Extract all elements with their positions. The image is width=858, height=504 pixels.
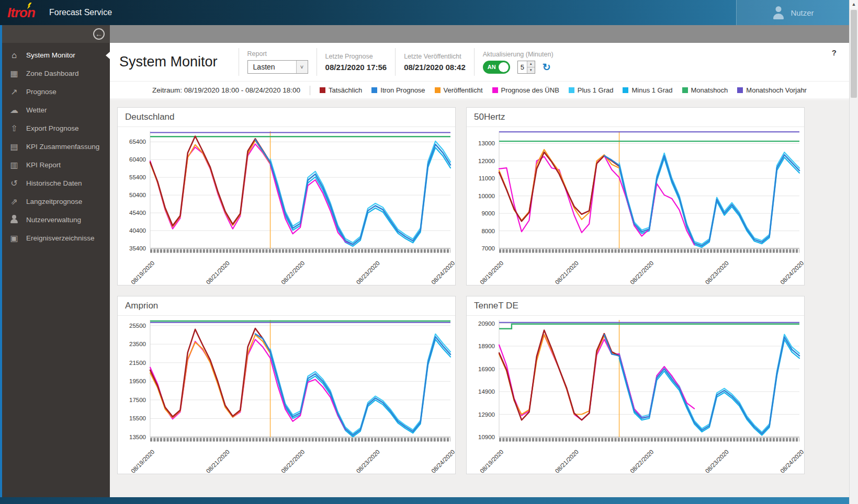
toggle-on-label: AN	[488, 64, 496, 70]
legend-item-monatshoch-vorjahr[interactable]: Monatshoch Vorjahr	[737, 86, 807, 94]
legend-label: Plus 1 Grad	[578, 86, 614, 94]
scrollbar-thumb[interactable]	[851, 10, 857, 98]
chart-panel: TenneT DE 109001290014900169001890020900…	[466, 296, 805, 474]
sidebar-item-nutzerverwaltung[interactable]: Nutzerverwaltung	[0, 211, 110, 229]
scroll-up-icon[interactable]: ▲	[850, 0, 858, 9]
zones-icon: ▦	[8, 68, 20, 78]
legend-label: Minus 1 Grad	[631, 86, 672, 94]
sidebar-item-label: Nutzerverwaltung	[26, 216, 81, 224]
toolbar: System Monitor Report Lasten ˅ Letzte Pr…	[110, 43, 849, 81]
y-tick-label: 12000	[478, 158, 495, 164]
legend-item-veroeffentlicht[interactable]: Veröffentlicht	[435, 86, 483, 94]
legend-swatch	[569, 87, 574, 93]
x-tick-label: 08/24/2020	[430, 260, 455, 285]
x-tick-label: 08/22/2020	[629, 260, 654, 285]
spinner-buttons: ▲ ▼	[527, 61, 535, 73]
legend-item-monatshoch[interactable]: Monatshoch	[682, 86, 728, 94]
auto-refresh-group: Aktualisierung (Minuten) AN 5 ▲ ▼ ↻	[483, 51, 554, 74]
legend-swatch	[435, 87, 441, 93]
divider	[474, 48, 475, 76]
spinner-down-button[interactable]: ▼	[527, 67, 535, 73]
y-tick-label: 14900	[478, 388, 495, 395]
last-forecast-label: Letzte Prognose	[325, 53, 387, 60]
spinner-up-button[interactable]: ▲	[527, 61, 535, 67]
main-content: System Monitor Report Lasten ˅ Letzte Pr…	[110, 43, 849, 497]
interval-spinner[interactable]: 5 ▲ ▼	[517, 61, 535, 74]
x-tick-label: 08/19/2020	[479, 260, 504, 285]
app-window: Itron Forecast Service Nutzer ← ⌂System …	[0, 0, 858, 504]
sidebar-item-export-prognose[interactable]: ⇧Export Prognose	[0, 119, 110, 138]
chart-title: Amprion	[118, 296, 455, 316]
weather-icon: ☁	[8, 105, 20, 115]
series-prognose-unb-line	[499, 335, 694, 420]
app-title: Forecast Service	[49, 8, 112, 17]
x-tick-label: 08/24/2020	[779, 449, 804, 474]
bottom-scrollbar[interactable]	[0, 497, 849, 504]
sidebar-item-label: Ereignisverzeichnisse	[26, 234, 95, 242]
help-icon[interactable]: ?	[832, 48, 837, 57]
user-menu[interactable]: Nutzer	[736, 0, 849, 25]
chart-panel: Deutschland 3540040400454005040055400604…	[117, 107, 456, 285]
sidebar-collapse-strip: ←	[0, 25, 110, 43]
left-accent-strip	[0, 25, 2, 497]
history-icon: ↺	[8, 178, 20, 188]
sidebar-item-wetter[interactable]: ☁Wetter	[0, 101, 110, 119]
sidebar-collapse-button[interactable]: ←	[93, 28, 105, 40]
sidebar-item-historische-daten[interactable]: ↺Historische Daten	[0, 174, 110, 192]
legend-item-plus-1-grad[interactable]: Plus 1 Grad	[569, 86, 614, 94]
legend-item-itron-prognose[interactable]: Itron Prognose	[371, 86, 425, 94]
vertical-scrollbar[interactable]: ▲	[849, 0, 858, 504]
divider	[310, 86, 310, 95]
sidebar-item-label: System Monitor	[26, 51, 75, 59]
legend-item-tatsaechlich[interactable]: Tatsächlich	[320, 86, 362, 94]
y-tick-label: 50400	[129, 192, 146, 198]
sidebar-item-kpi-report[interactable]: ▥KPI Report	[0, 156, 110, 174]
top-gray-strip	[110, 25, 849, 43]
y-tick-label: 20900	[478, 320, 495, 327]
refresh-icon[interactable]: ↻	[543, 61, 551, 73]
y-tick-label: 10000	[478, 193, 495, 199]
legend-swatch	[623, 87, 628, 93]
x-tick-label: 08/22/2020	[629, 449, 654, 474]
event-log-icon: ▣	[8, 233, 20, 243]
sidebar-item-ereignisverzeichnisse[interactable]: ▣Ereignisverzeichnisse	[0, 229, 110, 247]
sidebar-item-label: Zone Dashboard	[26, 70, 79, 77]
y-tick-label: 40400	[129, 227, 146, 234]
itron-logo-text: Itron	[7, 5, 35, 20]
last-forecast-group: Letzte Prognose 08/21/2020 17:56	[325, 53, 387, 72]
x-tick-label: 08/22/2020	[280, 449, 306, 474]
sidebar-item-zone-dashboard[interactable]: ▦Zone Dashboard	[0, 64, 110, 83]
x-tick-label: 08/21/2020	[554, 449, 580, 474]
legend-label: Itron Prognose	[380, 86, 425, 94]
series-itron-prognose-line	[604, 155, 799, 246]
sidebar-item-langzeitprognose[interactable]: ⇗Langzeitprognose	[0, 192, 110, 211]
sidebar-item-prognose[interactable]: ↗Prognose	[0, 83, 110, 101]
x-tick-label: 08/21/2020	[205, 449, 231, 474]
auto-refresh-toggle[interactable]: AN	[483, 61, 510, 74]
auto-refresh-controls: AN 5 ▲ ▼ ↻	[483, 61, 554, 74]
chevron-down-icon: ˅	[296, 61, 308, 73]
sidebar-item-label: Wetter	[26, 106, 47, 114]
series-prognose-unb-line	[150, 144, 353, 244]
series-itron-prognose-line	[604, 335, 799, 433]
chart-panel: 50Hertz 70008000900010000110001200013000…	[466, 107, 805, 285]
sidebar-item-system-monitor[interactable]: ⌂System Monitor	[0, 46, 110, 64]
last-published-label: Letzte Veröffentlicht	[404, 53, 466, 60]
report-group: Report Lasten ˅	[247, 50, 308, 74]
y-tick-label: 8000	[481, 228, 495, 234]
y-tick-label: 13500	[129, 434, 146, 440]
legend-item-minus-1-grad[interactable]: Minus 1 Grad	[623, 86, 672, 94]
x-tick-label: 08/23/2020	[355, 260, 381, 285]
y-tick-label: 35400	[129, 245, 146, 251]
y-tick-label: 65400	[129, 139, 146, 145]
report-select[interactable]: Lasten ˅	[247, 60, 308, 74]
sidebar-item-label: Prognose	[26, 88, 57, 96]
legend-item-prognose-unb[interactable]: Prognose des ÜNB	[492, 86, 559, 94]
y-tick-label: 21500	[129, 360, 146, 366]
sidebar-item-kpi-zusammenfassung[interactable]: ▤KPI Zusammenfassung	[0, 138, 110, 156]
x-tick-label: 08/22/2020	[280, 260, 306, 285]
x-tick-label: 08/23/2020	[704, 260, 730, 285]
chart-canvas: 7000800090001000011000120001300008/19/20…	[467, 127, 804, 285]
sidebar-item-label: Historische Daten	[26, 179, 82, 187]
legend-label: Prognose des ÜNB	[501, 86, 559, 94]
